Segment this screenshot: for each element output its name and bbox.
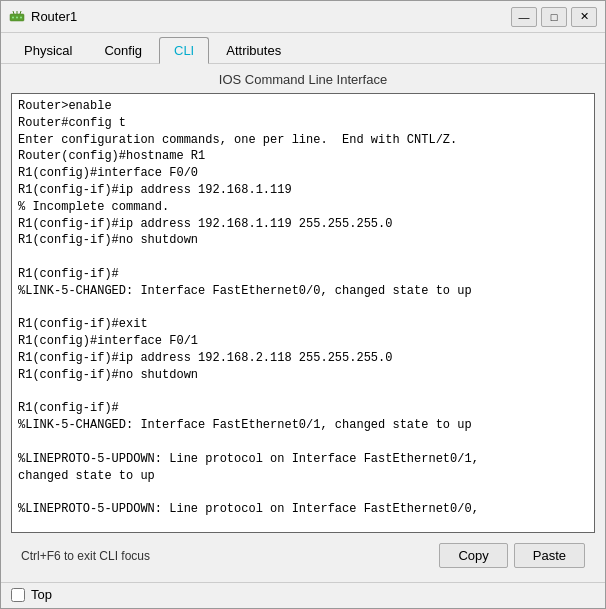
top-checkbox[interactable] [11,588,25,602]
title-bar-controls: — □ ✕ [511,7,597,27]
top-checkbox-wrap[interactable]: Top [11,587,52,602]
paste-button[interactable]: Paste [514,543,585,568]
maximize-button[interactable]: □ [541,7,567,27]
router-icon [9,9,25,25]
svg-point-2 [16,16,18,18]
title-bar: Router1 — □ ✕ [1,1,605,33]
cli-output[interactable]: Router>enable Router#config t Enter conf… [12,94,594,532]
cli-container: Router>enable Router#config t Enter conf… [11,93,595,533]
footer-bar: Top [1,582,605,608]
tab-physical[interactable]: Physical [9,37,87,63]
title-bar-left: Router1 [9,9,77,25]
tab-config[interactable]: Config [89,37,157,63]
window-title: Router1 [31,9,77,24]
bottom-bar: Ctrl+F6 to exit CLI focus Copy Paste [11,537,595,574]
section-title: IOS Command Line Interface [11,72,595,87]
tab-bar: Physical Config CLI Attributes [1,33,605,64]
svg-point-3 [20,16,22,18]
close-button[interactable]: ✕ [571,7,597,27]
svg-line-4 [13,11,14,14]
tab-attributes[interactable]: Attributes [211,37,296,63]
copy-button[interactable]: Copy [439,543,507,568]
svg-point-1 [12,16,14,18]
hint-text: Ctrl+F6 to exit CLI focus [21,549,150,563]
button-group: Copy Paste [439,543,585,568]
top-checkbox-label: Top [31,587,52,602]
main-window: Router1 — □ ✕ Physical Config CLI Attrib… [0,0,606,609]
content-area: IOS Command Line Interface Router>enable… [1,64,605,582]
svg-line-6 [20,11,21,14]
minimize-button[interactable]: — [511,7,537,27]
tab-cli[interactable]: CLI [159,37,209,64]
